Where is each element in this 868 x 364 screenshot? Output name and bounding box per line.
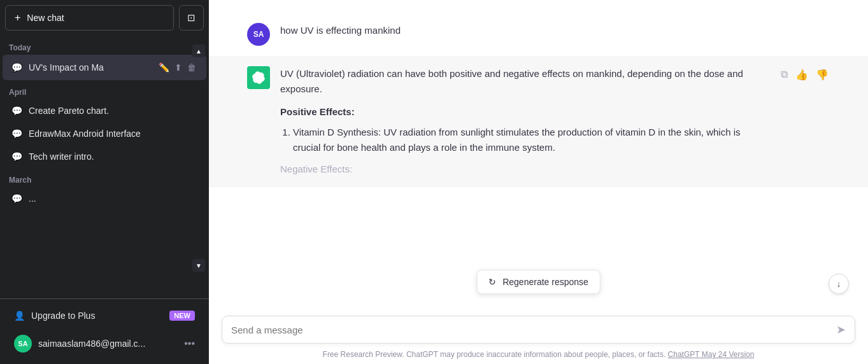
section-march: March	[0, 168, 209, 187]
chat-item-pareto[interactable]: 💬 Create Pareto chart.	[3, 99, 206, 122]
upgrade-to-plus-button[interactable]: 👤 Upgrade to Plus NEW	[5, 304, 204, 327]
chat-item-actions: ✏️ ⬆ 🗑	[157, 61, 197, 74]
section-april: April	[0, 80, 209, 99]
chat-icon: 💬	[11, 129, 22, 139]
positive-effects-label: Positive Effects:	[280, 104, 769, 120]
message-input[interactable]	[231, 325, 830, 335]
chat-icon: 💬	[11, 106, 22, 116]
delete-chat-button[interactable]: 🗑	[186, 61, 197, 74]
chat-messages: SA how UV is effecting mankind UV (Ultra…	[209, 0, 868, 309]
chat-item-tech-writer[interactable]: 💬 Tech writer intro.	[3, 145, 206, 168]
plus-icon: +	[15, 12, 20, 24]
person-icon: 👤	[14, 311, 25, 321]
scroll-to-bottom-button[interactable]: ↓	[829, 274, 849, 294]
scroll-down-button[interactable]: ▼	[192, 259, 205, 272]
main-chat-area: SA how UV is effecting mankind UV (Ultra…	[209, 0, 868, 364]
input-box: ➤	[222, 316, 855, 344]
ai-avatar	[247, 66, 270, 89]
user-profile-row[interactable]: SA saimaaslam486@gmail.c... •••	[5, 328, 204, 359]
negative-effects-label: Negative Effects:	[280, 162, 769, 177]
scroll-up-button[interactable]: ▲	[192, 45, 205, 57]
user-menu-button[interactable]: •••	[184, 338, 195, 349]
ai-message-actions: ⧉ 👍 👎	[779, 66, 830, 82]
regenerate-icon: ↻	[488, 277, 496, 287]
layout-icon: ⊡	[187, 12, 196, 24]
user-message-text: how UV is effecting mankind	[280, 23, 830, 38]
sidebar-bottom: 👤 Upgrade to Plus NEW SA saimaaslam486@g…	[0, 298, 209, 364]
chevron-down-icon: ↓	[837, 279, 841, 289]
send-button[interactable]: ➤	[836, 323, 846, 337]
list-item-1: Vitamin D Synthesis: UV radiation from s…	[293, 125, 769, 155]
new-badge: NEW	[169, 311, 195, 321]
chat-item-text: UV's Impact on Ma	[29, 62, 151, 73]
chat-icon: 💬	[11, 62, 22, 73]
sidebar: + New chat ⊡ ▲ Today 💬 UV's Impact on Ma…	[0, 0, 209, 364]
positive-effects-list: Vitamin D Synthesis: UV radiation from s…	[280, 125, 769, 155]
new-chat-button[interactable]: + New chat	[5, 5, 174, 31]
chat-item-text: EdrawMax Android Interface	[29, 129, 197, 139]
sidebar-scroll-area[interactable]: Today 💬 UV's Impact on Ma ✏️ ⬆ 🗑 April 💬…	[0, 36, 209, 298]
input-area: ➤	[209, 309, 868, 347]
sidebar-top: + New chat ⊡	[0, 0, 209, 36]
footer-text: Free Research Preview. ChatGPT may produ…	[323, 350, 666, 359]
regenerate-popup[interactable]: ↻ Regenerate response	[476, 270, 601, 294]
thumbs-down-button[interactable]: 👎	[815, 67, 830, 82]
regenerate-label: Regenerate response	[502, 277, 588, 287]
thumbs-up-button[interactable]: 👍	[794, 67, 809, 82]
edit-chat-button[interactable]: ✏️	[157, 61, 171, 74]
chat-icon: 💬	[11, 193, 22, 204]
footer-link[interactable]: ChatGPT May 24 Version	[668, 350, 755, 359]
copy-button[interactable]: ⧉	[779, 67, 789, 81]
ai-message-content: UV (Ultraviolet) radiation can have both…	[280, 66, 769, 177]
chat-item-text: Create Pareto chart.	[29, 106, 197, 116]
chat-item-edrawmax[interactable]: 💬 EdrawMax Android Interface	[3, 122, 206, 145]
section-today: Today	[0, 36, 209, 55]
ai-message-row: UV (Ultraviolet) radiation can have both…	[209, 56, 868, 187]
send-icon: ➤	[836, 323, 846, 337]
user-avatar: SA	[247, 23, 270, 46]
footer-note: Free Research Preview. ChatGPT may produ…	[209, 347, 868, 364]
avatar: SA	[14, 335, 32, 353]
layout-toggle-button[interactable]: ⊡	[179, 5, 204, 31]
upgrade-label: Upgrade to Plus	[31, 311, 95, 321]
share-chat-button[interactable]: ⬆	[173, 61, 183, 74]
ai-intro-text: UV (Ultraviolet) radiation can have both…	[280, 66, 769, 97]
user-email: saimaaslam486@gmail.c...	[38, 339, 178, 349]
user-message-row: SA how UV is effecting mankind	[209, 13, 868, 56]
new-chat-label: New chat	[27, 13, 64, 23]
chat-item-uv-impact[interactable]: 💬 UV's Impact on Ma ✏️ ⬆ 🗑	[3, 55, 206, 80]
chat-item-text: ...	[29, 193, 197, 204]
chat-icon: 💬	[11, 151, 22, 162]
chat-item-march[interactable]: 💬 ...	[3, 187, 206, 210]
chat-item-text: Tech writer intro.	[29, 151, 197, 162]
